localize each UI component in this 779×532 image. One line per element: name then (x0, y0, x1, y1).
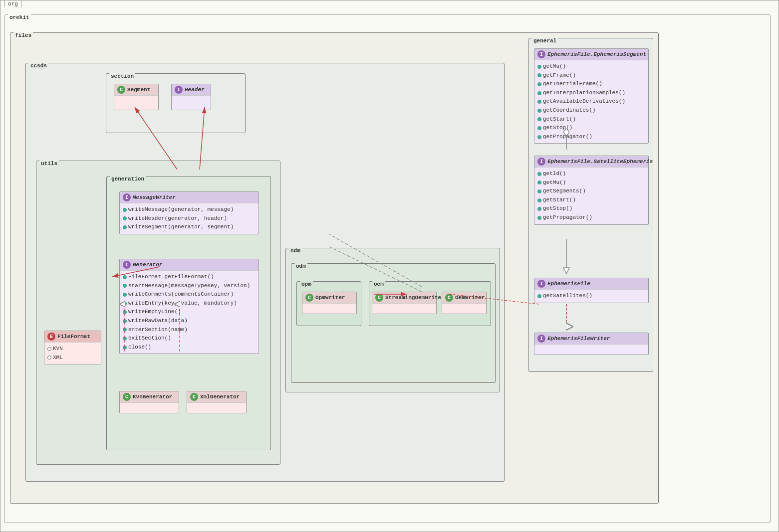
se-m3: getSegments() (543, 187, 586, 196)
dot-g5 (123, 310, 127, 314)
generation-package: generation I MessageWriter writeMessage(… (106, 176, 271, 450)
se-d4 (537, 198, 541, 202)
opw-type: C (305, 294, 313, 302)
odm-label: odm (294, 263, 307, 269)
fileformat-class: E FileFormat KVN XML (44, 331, 101, 364)
se-type: I (537, 158, 545, 166)
gen-m2: startMessage(messageTypeKey, version) (128, 282, 250, 291)
org-tab[interactable]: org (4, 0, 21, 7)
es-type: I (537, 50, 545, 58)
dot-g2 (123, 284, 127, 288)
soem-type: C (375, 294, 383, 302)
es-d9 (537, 135, 541, 139)
dot-g1 (123, 275, 127, 279)
opm-label: opm (300, 281, 313, 287)
ephemerisfilewriter-class: I EphemerisFileWriter (534, 333, 649, 355)
ndm-label: ndm (289, 248, 302, 254)
es-d3 (537, 82, 541, 86)
mw-type: I (123, 193, 131, 201)
ccsds-label: ccsds (29, 63, 48, 69)
opm-package: opm C OpmWriter (296, 281, 361, 326)
ef-type: I (537, 280, 545, 288)
es-d4 (537, 91, 541, 95)
xmlgenerator-class: C XmlGenerator (187, 391, 247, 413)
ndm-package: ndm odm opm C OpmWriter (285, 248, 500, 392)
ccsds-package: ccsds section C Segment (25, 63, 505, 482)
es-d7 (537, 117, 541, 121)
oem-package: oem C StreamingOemWriter (369, 281, 491, 326)
outer-container: org orekit files ccsds section C Segment (0, 0, 779, 532)
se-d2 (537, 180, 541, 184)
soem-name: StreamingOemWriter (385, 295, 445, 301)
utils-label: utils (39, 161, 59, 167)
opw-name: OpmWriter (315, 295, 345, 301)
gen-m9: close() (128, 343, 151, 352)
gen-name: Generator (133, 262, 162, 268)
segment-class: C Segment (114, 84, 159, 110)
se-d1 (537, 172, 541, 176)
dot-g3 (123, 293, 127, 297)
general-label: general (532, 38, 558, 44)
gen-m1: FileFormat getFileFormat() (128, 273, 214, 282)
dot-g8 (123, 337, 127, 341)
ef-m1: getSatellites() (543, 292, 592, 301)
ephemerissegment-class: I EphemerisFile.EphemerisSegment getMu()… (534, 48, 649, 144)
gen-m4: writeEntry(key, value, mandatory) (128, 299, 237, 308)
dot3 (123, 225, 127, 229)
es-d5 (537, 100, 541, 104)
kvn-type: C (123, 393, 131, 401)
ff-dot2 (47, 355, 51, 359)
se-m4: getStart() (543, 196, 576, 205)
dot1 (123, 208, 127, 212)
segment-name: Segment (127, 87, 150, 93)
gen-m8: exitSection() (128, 334, 171, 343)
se-m1: getId() (543, 170, 566, 178)
es-m9: getPropagator() (543, 133, 592, 142)
gen-m6: writeRawData(data) (128, 317, 188, 326)
oem-type: C (445, 294, 453, 302)
se-d3 (537, 189, 541, 193)
es-m4: getInterpolationSamples() (543, 89, 625, 98)
ephemerisfile-class: I EphemerisFile getSatellites() (534, 278, 649, 303)
odm-package: odm opm C OpmWriter (291, 263, 496, 383)
xml-name: XmlGenerator (200, 394, 240, 400)
se-d6 (537, 216, 541, 220)
es-m6: getCoordinates() (543, 106, 596, 115)
ff-v2: XML (53, 354, 63, 362)
dot2 (123, 216, 127, 220)
efw-name: EphemerisFileWriter (547, 336, 610, 342)
ef-d1 (537, 294, 541, 298)
files-label: files (13, 32, 33, 38)
header-class: I Header (171, 84, 211, 110)
messagewriter-class: I MessageWriter writeMessage(generator, … (119, 191, 259, 234)
satelliteephemeris-class: I EphemerisFile.SatelliteEphemeris getId… (534, 156, 649, 225)
streamingoem-class: C StreamingOemWriter (372, 292, 437, 314)
ff-name: FileFormat (57, 334, 90, 340)
se-name: EphemerisFile.SatelliteEphemeris (547, 159, 653, 165)
gen-m7: enterSection(name) (128, 326, 188, 335)
kvn-name: KvnGenerator (133, 394, 172, 400)
orekit-label: orekit (8, 14, 31, 20)
es-m2: getFrame() (543, 71, 576, 80)
es-d8 (537, 126, 541, 130)
header-name: Header (185, 87, 205, 93)
es-m1: getMu() (543, 62, 566, 71)
files-package: files ccsds section C Segment (10, 32, 659, 504)
generator-class: I Generator FileFormat getFileFormat() s… (119, 259, 259, 354)
se-m5: getStop() (543, 204, 572, 213)
es-m7: getStart() (543, 115, 576, 124)
es-m3: getInertialFrame() (543, 80, 602, 89)
se-m6: getPropagator() (543, 213, 592, 222)
ff-dot1 (47, 347, 51, 351)
mw-name: MessageWriter (133, 194, 176, 200)
gen-m5: writeEmptyLine() (128, 308, 181, 317)
oemwriter-class: C OemWriter (442, 292, 487, 314)
es-m8: getStop() (543, 124, 572, 133)
efw-type: I (537, 335, 545, 343)
es-name: EphemerisFile.EphemerisSegment (547, 51, 646, 57)
header-type-badge: I (175, 86, 183, 94)
utils-package: utils generation I MessageWriter writeMe… (36, 161, 280, 465)
gen-type: I (123, 261, 131, 269)
dot-g6 (123, 319, 127, 323)
generation-label: generation (110, 176, 146, 182)
